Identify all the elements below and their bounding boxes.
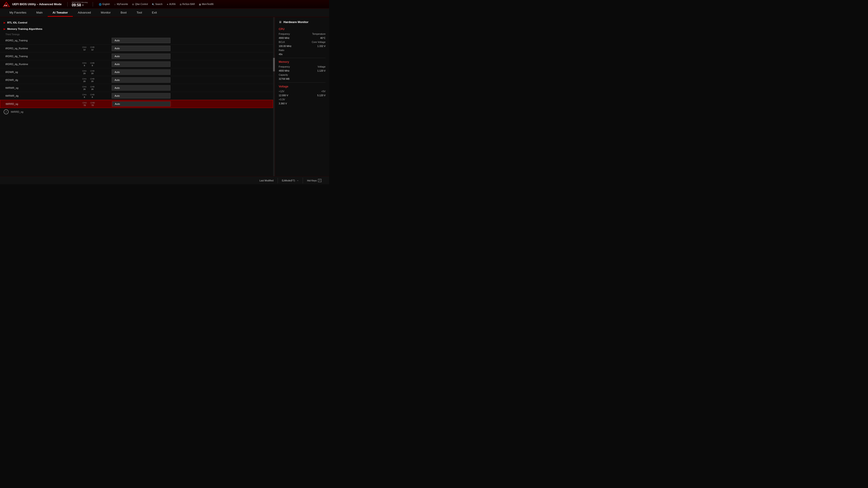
scrollbar[interactable] [273, 17, 275, 176]
last-modified-label: Last Modified [259, 179, 274, 182]
twrrd-sg-row[interactable]: tWRRD_sg CHA 72 CHB 72 Auto [0, 100, 273, 108]
svg-text:ROG: ROG [4, 5, 7, 6]
cpu-ratio-value-row: 49x [279, 53, 326, 56]
cpu-frequency-row: Frequency Temperature [279, 33, 326, 35]
v5-value: 5.120 V [317, 94, 326, 97]
tab-advanced[interactable]: Advanced [73, 9, 96, 17]
mem-voltage-value: 1.120 V [317, 69, 326, 72]
toolbar-myfavorite[interactable]: MyFavorite [114, 3, 128, 6]
cpu-bclk-label-row: BCLK Core Voltage [279, 41, 326, 43]
v12-label-row: +12V +5V [279, 90, 326, 93]
v5-label: +5V [321, 90, 326, 93]
cpu-temperature-label: Temperature [312, 33, 326, 35]
mem-voltage-label: Voltage [318, 65, 326, 68]
hot-keys-icon: ? [318, 179, 321, 182]
toolbar-search[interactable]: Search [152, 3, 162, 6]
trdwr-sg-row[interactable]: tRDWR_sg CHA 20 CHB 20 Auto [0, 68, 273, 76]
resize-icon [180, 3, 182, 6]
header: ROG UEFI BIOS Utility – Advanced Mode 08… [0, 0, 329, 8]
trdrd-sg-runtime-name: tRDRD_sg_Runtime [5, 47, 82, 50]
hw-monitor-title-area: Hardware Monitor [279, 20, 326, 24]
twrwr-dg-value[interactable]: Auto [112, 93, 170, 98]
twrwr-sg-cha-chb: CHA 26 CHB 26 [82, 86, 112, 90]
trdrd-sg-runtime-row[interactable]: tRDRD_sg_Runtime CHA 12 CHB 12 Auto [0, 44, 273, 53]
info-row: i tWRRD_sg [0, 108, 273, 116]
star-icon [114, 3, 116, 6]
memory-training-label: Memory Training Algorithms [7, 28, 42, 30]
last-modified-button[interactable]: Last Modified [255, 178, 278, 183]
hw-divider-2 [279, 83, 326, 83]
trdrd-sg-training-value[interactable]: Auto [112, 38, 170, 43]
toolbar: English MyFavorite Qfan Control Search A… [99, 3, 214, 6]
twrwr-dg-name: tWRWR_dg [5, 94, 82, 97]
toolbar-aura[interactable]: AURA [166, 3, 176, 6]
trdwr-sg-cha-chb: CHA 20 CHB 20 [82, 70, 112, 74]
trdrd-sg-training-row[interactable]: tRDRD_sg_Training Auto [0, 37, 273, 44]
scroll-thumb[interactable] [273, 58, 275, 71]
datetime-area: 08/22/2022 Monday 09:58 ⚙ [72, 2, 88, 7]
tab-ai-tweaker[interactable]: Ai Tweaker [48, 9, 73, 17]
twrwr-sg-name: tWRWR_sg [5, 87, 82, 89]
trdrd-sg-runtime-value[interactable]: Auto [112, 46, 170, 51]
toolbar-english[interactable]: English [99, 3, 110, 6]
cpu-frequency-value: 4900 MHz [279, 37, 289, 39]
twrwr-sg-cha: CHA 26 [82, 86, 87, 90]
rtl-iol-section[interactable]: ▶ RTL IOL Control [0, 20, 273, 26]
trdwr-sg-value[interactable]: Auto [112, 69, 170, 75]
ez-mode-button[interactable]: EzMode(F7) → [278, 178, 303, 183]
trdwr-dg-value[interactable]: Auto [112, 77, 170, 83]
memory-training-arrow: ▶ [4, 28, 5, 31]
twrrd-sg-value[interactable]: Auto [112, 101, 170, 107]
tab-tool[interactable]: Tool [131, 9, 147, 17]
mem-capacity-label: Capacity [279, 73, 288, 76]
header-divider [67, 2, 68, 6]
cpu-temperature-value: 46°C [320, 37, 326, 39]
mem-frequency-label-row: Frequency Voltage [279, 65, 326, 68]
twrwr-dg-chb: CHB 8 [90, 94, 94, 98]
mem-icon [199, 3, 201, 6]
cpu-ratio-value: 49x [279, 53, 283, 56]
cpu-frequency-value-row: 4900 MHz 46°C [279, 37, 326, 39]
v12-label: +12V [279, 90, 284, 93]
memory-training-section[interactable]: ▶ Memory Training Algorithms [0, 26, 273, 32]
v12-value: 12.000 V [279, 94, 288, 97]
trdrd-dg-runtime-row[interactable]: tRDRD_dg_Runtime CHA 8 CHB 8 Auto [0, 60, 273, 68]
twrrd-sg-chb: CHB 72 [90, 102, 95, 106]
settings-icon[interactable]: ⚙ [82, 4, 84, 6]
twrwr-sg-value[interactable]: Auto [112, 85, 170, 91]
twrwr-dg-row[interactable]: tWRWR_dg CHA 8 CHB 8 Auto [0, 92, 273, 100]
trdrd-dg-runtime-value[interactable]: Auto [112, 61, 170, 67]
trdrd-dg-runtime-name: tRDRD_dg_Runtime [5, 63, 82, 66]
toolbar-memtest[interactable]: MemTest86 [199, 3, 214, 6]
twrrd-sg-cha-chb: CHA 72 CHB 72 [83, 102, 112, 106]
tab-boot[interactable]: Boot [116, 9, 131, 17]
fan-icon [132, 3, 134, 6]
tab-exit[interactable]: Exit [147, 9, 162, 17]
display-icon [279, 20, 282, 24]
bottom-bar: Last Modified EzMode(F7) → Hot Keys ? [0, 176, 329, 184]
third-timings-label: Third Timings [0, 32, 273, 37]
cpu-core-voltage-label: Core Voltage [312, 41, 326, 43]
tab-monitor[interactable]: Monitor [96, 9, 116, 17]
hot-keys-button[interactable]: Hot Keys ? [303, 177, 326, 184]
toolbar-qfan[interactable]: Qfan Control [132, 3, 148, 6]
twrwr-sg-chb: CHB 26 [90, 86, 94, 90]
trdrd-dg-runtime-cha-chb: CHA 8 CHB 8 [82, 62, 112, 67]
cpu-frequency-label: Frequency [279, 33, 290, 35]
trdwr-dg-cha: CHA 20 [82, 78, 87, 83]
mem-capacity-value-row: 32768 MB [279, 77, 326, 80]
tab-my-favorites[interactable]: My Favorites [4, 9, 31, 17]
twrwr-dg-cha: CHA 8 [82, 94, 87, 98]
logo-area: ROG UEFI BIOS Utility – Advanced Mode [2, 1, 61, 7]
trdwr-sg-cha: CHA 20 [82, 70, 87, 74]
toolbar-resize[interactable]: ReSize BAR [180, 3, 195, 6]
twrwr-sg-row[interactable]: tWRWR_sg CHA 26 CHB 26 Auto [0, 84, 273, 92]
cpu-bclk-label: BCLK [279, 41, 285, 43]
trdrd-dg-training-value[interactable]: Auto [112, 54, 170, 59]
twrrd-sg-name: tWRRD_sg [6, 103, 83, 105]
search-icon [152, 3, 154, 6]
header-divider-2 [93, 2, 93, 6]
trdrd-dg-training-row[interactable]: tRDRD_dg_Training Auto [0, 53, 273, 60]
trdwr-dg-row[interactable]: tRDWR_dg CHA 20 CHB 20 Auto [0, 76, 273, 84]
tab-main[interactable]: Main [31, 9, 48, 17]
